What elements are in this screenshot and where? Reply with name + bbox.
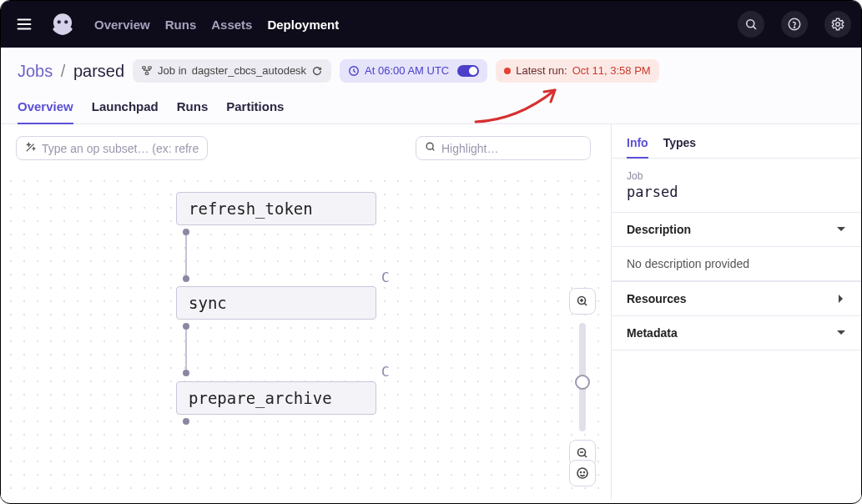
graph-canvas[interactable]: refresh_token C sync C prepare_archive <box>1 171 611 500</box>
config-indicator: C <box>381 364 390 380</box>
tab-runs[interactable]: Runs <box>177 99 209 123</box>
op-node-prepare-archive[interactable]: prepare_archive <box>176 381 376 415</box>
svg-point-15 <box>426 143 433 149</box>
latest-run-timestamp: Oct 11, 3:58 PM <box>572 63 651 78</box>
svg-line-22 <box>584 455 587 457</box>
search-icon <box>425 141 436 155</box>
breadcrumb-root[interactable]: Jobs <box>18 62 53 80</box>
status-dot-icon <box>504 68 511 74</box>
top-nav: Overview Runs Assets Deployment <box>1 1 861 48</box>
zoom-control <box>569 288 596 466</box>
canvas-column: refresh_token C sync C prepare_archive <box>1 124 611 500</box>
wand-icon <box>25 141 37 155</box>
resources-heading: Resources <box>627 292 687 305</box>
svg-point-25 <box>581 472 582 473</box>
zoom-slider-thumb[interactable] <box>575 375 590 390</box>
resources-header[interactable]: Resources <box>612 281 861 315</box>
op-node-refresh-token[interactable]: refresh_token <box>176 192 376 225</box>
nav-assets[interactable]: Assets <box>211 18 252 32</box>
nav-overview[interactable]: Overview <box>94 18 150 32</box>
page-tabs: Overview Launchpad Runs Partitions <box>1 89 861 124</box>
highlight-input-container[interactable] <box>416 136 591 160</box>
chevron-down-icon <box>836 224 846 234</box>
op-port[interactable] <box>183 323 189 330</box>
tree-icon <box>141 65 153 77</box>
svg-point-6 <box>747 20 754 28</box>
menu-icon[interactable] <box>11 11 38 38</box>
description-body: No description provided <box>612 246 861 281</box>
highlight-input[interactable] <box>441 142 582 155</box>
config-indicator: C <box>381 270 390 285</box>
op-node-sync[interactable]: sync <box>176 286 376 320</box>
description-header[interactable]: Description <box>612 212 861 246</box>
side-panel: Info Types Job parsed Description No des… <box>611 124 861 500</box>
latest-run-label: Latest run: <box>516 63 567 78</box>
panel-tab-types[interactable]: Types <box>663 136 696 158</box>
nav-deployment[interactable]: Deployment <box>267 18 339 32</box>
op-port[interactable] <box>183 370 189 376</box>
metadata-header[interactable]: Metadata <box>612 315 861 350</box>
panel-tab-info[interactable]: Info <box>627 136 648 158</box>
zoom-in-button[interactable] <box>569 288 596 315</box>
tab-overview[interactable]: Overview <box>18 99 73 123</box>
job-name: parsed <box>627 184 846 200</box>
svg-line-7 <box>754 27 756 29</box>
refresh-icon[interactable] <box>311 65 323 77</box>
svg-point-5 <box>64 20 68 23</box>
recenter-button[interactable] <box>569 460 596 486</box>
job-label: Job <box>627 170 846 182</box>
op-subset-input-container[interactable] <box>16 136 208 160</box>
svg-rect-13 <box>145 73 149 75</box>
schedule-text: At 06:00 AM UTC <box>365 63 449 78</box>
location-name: dagster_cbcs_autodesk <box>192 63 306 78</box>
schedule-toggle[interactable] <box>457 65 479 77</box>
job-block: Job parsed <box>612 159 861 212</box>
breadcrumb-sep: / <box>61 62 66 80</box>
svg-line-18 <box>584 303 587 305</box>
search-icon[interactable] <box>738 11 764 38</box>
main-content: refresh_token C sync C prepare_archive <box>1 124 861 500</box>
chevron-right-icon <box>836 294 846 304</box>
subheader: Jobs / parsed Job in dagster_cbcs_autode… <box>1 48 861 89</box>
latest-run-badge[interactable]: Latest run: Oct 11, 3:58 PM <box>496 59 658 83</box>
clock-icon <box>348 65 360 77</box>
description-heading: Description <box>627 223 691 236</box>
svg-point-24 <box>577 468 587 478</box>
nav-links: Overview Runs Assets Deployment <box>94 18 339 32</box>
location-prefix: Job in <box>158 63 187 78</box>
op-subset-input[interactable] <box>42 142 199 155</box>
metadata-heading: Metadata <box>627 326 678 340</box>
canvas-toolbar <box>1 124 611 172</box>
svg-rect-12 <box>149 67 152 69</box>
zoom-slider[interactable] <box>579 323 586 431</box>
op-port[interactable] <box>183 418 189 425</box>
nav-runs[interactable]: Runs <box>165 18 197 32</box>
svg-rect-11 <box>143 67 146 69</box>
svg-point-9 <box>794 27 794 28</box>
chevron-down-icon <box>836 328 846 338</box>
svg-point-10 <box>836 23 840 27</box>
op-port[interactable] <box>183 229 189 235</box>
op-edge <box>185 235 187 275</box>
app-logo <box>48 9 78 39</box>
svg-point-26 <box>584 472 585 473</box>
settings-icon[interactable] <box>824 11 851 38</box>
panel-tabs: Info Types <box>612 124 861 159</box>
code-location-badge[interactable]: Job in dagster_cbcs_autodesk <box>133 59 331 83</box>
breadcrumb-current: parsed <box>73 62 124 80</box>
tab-launchpad[interactable]: Launchpad <box>92 99 159 123</box>
op-edge <box>185 330 187 370</box>
svg-line-16 <box>432 149 434 150</box>
breadcrumb: Jobs / parsed <box>18 62 124 81</box>
schedule-badge[interactable]: At 06:00 AM UTC <box>340 59 487 83</box>
svg-point-4 <box>58 20 61 23</box>
tab-partitions[interactable]: Partitions <box>226 99 284 123</box>
op-port[interactable] <box>183 275 189 282</box>
help-icon[interactable] <box>781 11 808 38</box>
